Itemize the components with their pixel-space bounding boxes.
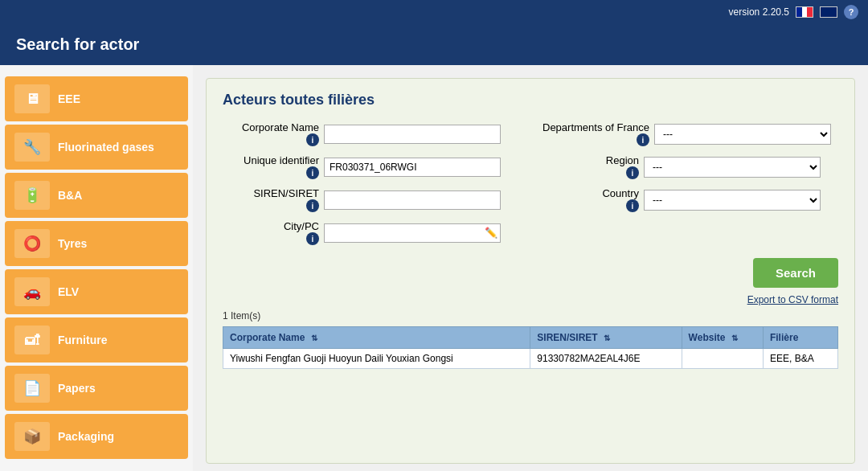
export-row: Export to CSV format [223, 294, 838, 305]
cell-corporate-name: Yiwushi Fengfan Guoji Huoyun Daili Youxi… [223, 349, 530, 369]
flag-french-icon[interactable] [796, 6, 813, 18]
sidebar-item-fluorinated[interactable]: 🔧 Fluorinated gases [5, 125, 188, 170]
siren-row: SIREN/SIRET i [223, 187, 518, 212]
col-header-filiere[interactable]: Filière [763, 327, 837, 349]
page-header: Search for actor [0, 24, 868, 65]
furniture-icon: 🛋 [14, 326, 50, 354]
fluorinated-icon: 🔧 [14, 133, 50, 162]
sidebar-label-ba: B&A [58, 189, 82, 202]
citypc-edit-icon[interactable]: ✏️ [485, 227, 497, 239]
citypc-info-icon[interactable]: i [306, 232, 319, 245]
ba-icon: 🔋 [14, 181, 50, 210]
departments-info-icon[interactable]: i [637, 133, 649, 146]
elv-icon: 🚗 [14, 277, 50, 306]
search-form: Corporate Name i Unique identifier i [223, 121, 838, 245]
export-csv-link[interactable]: Export to CSV format [747, 294, 838, 305]
citypc-input[interactable] [324, 223, 501, 243]
unique-id-label-group: Unique identifier i [223, 154, 319, 179]
col-header-website[interactable]: Website ⇅ [682, 327, 763, 349]
sidebar-item-furniture[interactable]: 🛋 Furniture [5, 317, 188, 362]
version-text: version 2.20.5 [729, 6, 789, 18]
unique-id-input[interactable] [324, 158, 501, 177]
corporate-name-sort-icon[interactable]: ⇅ [311, 334, 317, 342]
sidebar-label-papers: Papers [58, 382, 96, 395]
region-label-group: Region i [542, 154, 639, 179]
flag-english-icon[interactable] [820, 6, 837, 18]
citypc-label: City/PC [284, 220, 319, 232]
table-header: Corporate Name ⇅ SIREN/SIRET ⇅ Website ⇅ [223, 327, 838, 349]
siren-input[interactable] [324, 190, 501, 210]
siren-label-group: SIREN/SIRET i [223, 187, 319, 212]
form-left: Corporate Name i Unique identifier i [223, 121, 518, 245]
search-panel: Acteurs toutes filières Corporate Name i [206, 78, 855, 464]
col-header-corporate-name[interactable]: Corporate Name ⇅ [223, 327, 530, 349]
citypc-row: City/PC i ✏️ [223, 220, 518, 245]
search-button[interactable]: Search [753, 258, 838, 288]
unique-id-label: Unique identifier [244, 154, 319, 166]
region-info-icon[interactable]: i [626, 166, 639, 179]
cell-filiere: EEE, B&A [763, 349, 837, 369]
sidebar-item-eee[interactable]: 🖥 EEE [5, 76, 188, 121]
help-icon[interactable]: ? [844, 5, 858, 19]
siren-label: SIREN/SIRET [253, 187, 319, 199]
eee-icon: 🖥 [14, 84, 50, 113]
corporate-name-label-group: Corporate Name i [223, 121, 319, 146]
sidebar-item-tyres[interactable]: ⭕ Tyres [5, 221, 188, 266]
sidebar-label-eee: EEE [58, 92, 80, 105]
country-row: Country i --- [542, 187, 838, 212]
cell-siren: 91330782MA2EAL4J6E [530, 349, 682, 369]
country-select[interactable]: --- [644, 190, 821, 211]
col-header-siren[interactable]: SIREN/SIRET ⇅ [530, 327, 682, 349]
results-table: Corporate Name ⇅ SIREN/SIRET ⇅ Website ⇅ [223, 326, 838, 369]
departments-label-group: Departments of France i [542, 121, 649, 146]
sidebar-label-packaging: Packaging [58, 430, 114, 443]
region-row: Region i --- [542, 154, 838, 179]
corporate-name-input[interactable] [324, 125, 501, 144]
corporate-name-info-icon[interactable]: i [306, 133, 319, 146]
siren-sort-icon[interactable]: ⇅ [604, 334, 610, 342]
cell-website [682, 349, 763, 369]
papers-icon: 📄 [14, 374, 50, 403]
sidebar-label-elv: ELV [58, 285, 79, 298]
table-body: Yiwushi Fengfan Guoji Huoyun Daili Youxi… [223, 349, 838, 369]
form-right: Departments of France i --- Region i [542, 121, 838, 245]
page-title: Search for actor [16, 35, 139, 53]
tyres-icon: ⭕ [14, 229, 50, 258]
country-label: Country [602, 187, 639, 199]
country-label-group: Country i [542, 187, 639, 212]
region-label: Region [606, 154, 639, 166]
table-header-row: Corporate Name ⇅ SIREN/SIRET ⇅ Website ⇅ [223, 327, 838, 349]
unique-id-row: Unique identifier i [223, 154, 518, 179]
panel-title: Acteurs toutes filières [223, 92, 838, 109]
corporate-name-label: Corporate Name [242, 121, 319, 133]
departments-label: Departments of France [542, 121, 649, 133]
sidebar-item-packaging[interactable]: 📦 Packaging [5, 414, 188, 459]
sidebar-item-elv[interactable]: 🚗 ELV [5, 269, 188, 314]
citypc-input-wrapper: ✏️ [324, 223, 501, 243]
sidebar-label-tyres: Tyres [58, 237, 87, 250]
country-info-icon[interactable]: i [626, 199, 639, 212]
siren-info-icon[interactable]: i [306, 199, 319, 212]
sidebar-item-ba[interactable]: 🔋 B&A [5, 173, 188, 218]
corporate-name-row: Corporate Name i [223, 121, 518, 146]
main-layout: 🖥 EEE 🔧 Fluorinated gases 🔋 B&A ⭕ Tyres … [0, 65, 868, 471]
sidebar: 🖥 EEE 🔧 Fluorinated gases 🔋 B&A ⭕ Tyres … [0, 65, 193, 471]
website-sort-icon[interactable]: ⇅ [731, 334, 738, 342]
results-count: 1 Item(s) [223, 310, 838, 322]
table-row[interactable]: Yiwushi Fengfan Guoji Huoyun Daili Youxi… [223, 349, 838, 369]
unique-id-info-icon[interactable]: i [306, 166, 319, 179]
top-bar: version 2.20.5 ? [0, 0, 868, 24]
search-button-row: Search [223, 258, 838, 288]
packaging-icon: 📦 [14, 422, 50, 451]
region-select[interactable]: --- [644, 157, 821, 178]
departments-row: Departments of France i --- [542, 121, 838, 146]
sidebar-label-fluorinated: Fluorinated gases [58, 141, 154, 154]
content-area: Acteurs toutes filières Corporate Name i [193, 65, 868, 471]
departments-select[interactable]: --- [654, 124, 831, 145]
citypc-label-group: City/PC i [223, 220, 319, 245]
sidebar-item-papers[interactable]: 📄 Papers [5, 366, 188, 411]
sidebar-label-furniture: Furniture [58, 334, 107, 346]
